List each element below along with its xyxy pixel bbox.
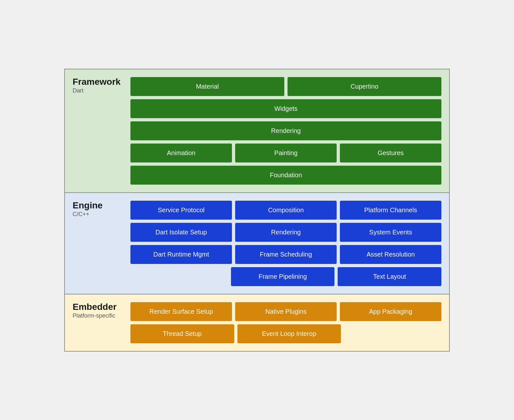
- framework-row-3: Rendering: [130, 121, 441, 140]
- engine-rendering-btn[interactable]: Rendering: [235, 223, 337, 242]
- framework-row-5: Foundation: [130, 166, 441, 185]
- engine-subtitle: C/C++: [73, 211, 124, 218]
- engine-dart-runtime-btn[interactable]: Dart Runtime Mgmt: [130, 245, 232, 264]
- engine-title: Engine: [73, 201, 124, 211]
- embedder-native-plugins-btn[interactable]: Native Plugins: [235, 302, 337, 321]
- engine-composition-btn[interactable]: Composition: [235, 201, 337, 220]
- framework-row-2: Widgets: [130, 99, 441, 118]
- engine-text-layout-btn[interactable]: Text Layout: [338, 267, 441, 286]
- framework-material-btn[interactable]: Material: [130, 77, 284, 96]
- framework-subtitle: Dart: [73, 87, 124, 94]
- framework-gestures-btn[interactable]: Gestures: [340, 144, 441, 162]
- engine-frame-scheduling-btn[interactable]: Frame Scheduling: [235, 245, 337, 264]
- engine-service-protocol-btn[interactable]: Service Protocol: [130, 201, 232, 220]
- framework-rendering-btn[interactable]: Rendering: [130, 121, 441, 140]
- framework-foundation-btn[interactable]: Foundation: [130, 166, 441, 185]
- engine-dart-isolate-btn[interactable]: Dart Isolate Setup: [130, 223, 232, 242]
- embedder-row-2: Thread Setup Event Loop Interop: [130, 324, 441, 343]
- framework-painting-btn[interactable]: Painting: [235, 144, 337, 162]
- engine-frame-pipelining-btn[interactable]: Frame Pipelining: [231, 267, 335, 286]
- engine-row-2: Dart Isolate Setup Rendering System Even…: [130, 223, 441, 242]
- embedder-content: Render Surface Setup Native Plugins App …: [130, 302, 441, 343]
- framework-row-4: Animation Painting Gestures: [130, 144, 441, 162]
- engine-row-4: Frame Pipelining Text Layout: [130, 267, 441, 286]
- framework-widgets-btn[interactable]: Widgets: [130, 99, 441, 118]
- flutter-architecture-diagram: Framework Dart Material Cupertino Widget…: [64, 69, 450, 352]
- framework-animation-btn[interactable]: Animation: [130, 144, 232, 162]
- embedder-event-loop-btn[interactable]: Event Loop Interop: [237, 324, 341, 343]
- engine-section: Engine C/C++ Service Protocol Compositio…: [65, 193, 449, 294]
- embedder-subtitle: Platform-specific: [73, 312, 124, 319]
- embedder-render-surface-btn[interactable]: Render Surface Setup: [130, 302, 232, 321]
- framework-title: Framework: [73, 77, 124, 87]
- framework-section: Framework Dart Material Cupertino Widget…: [65, 69, 449, 193]
- embedder-row-1: Render Surface Setup Native Plugins App …: [130, 302, 441, 321]
- engine-system-events-btn[interactable]: System Events: [340, 223, 441, 242]
- framework-cupertino-btn[interactable]: Cupertino: [288, 77, 441, 96]
- framework-row-1: Material Cupertino: [130, 77, 441, 96]
- embedder-title: Embedder: [73, 302, 124, 312]
- embedder-thread-setup-btn[interactable]: Thread Setup: [130, 324, 234, 343]
- engine-row-1: Service Protocol Composition Platform Ch…: [130, 201, 441, 220]
- embedder-section: Embedder Platform-specific Render Surfac…: [65, 294, 449, 351]
- engine-platform-channels-btn[interactable]: Platform Channels: [340, 201, 441, 220]
- framework-content: Material Cupertino Widgets Rendering Ani…: [130, 77, 441, 185]
- engine-content: Service Protocol Composition Platform Ch…: [130, 201, 441, 286]
- engine-asset-resolution-btn[interactable]: Asset Resolution: [340, 245, 441, 264]
- embedder-app-packaging-btn[interactable]: App Packaging: [340, 302, 441, 321]
- engine-row-3: Dart Runtime Mgmt Frame Scheduling Asset…: [130, 245, 441, 264]
